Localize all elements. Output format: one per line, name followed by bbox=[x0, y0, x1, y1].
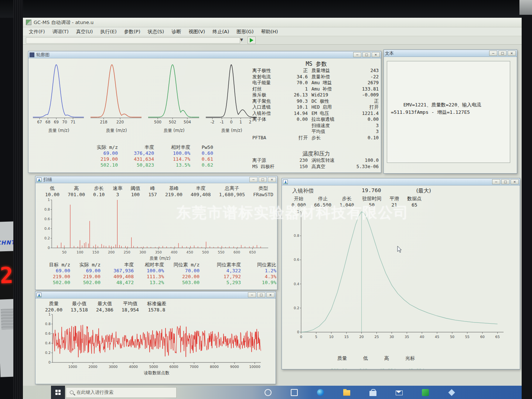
taskbar-search-input[interactable]: 在此键入进行搜索 bbox=[66, 387, 177, 398]
edge-browser-icon[interactable] bbox=[317, 389, 324, 396]
profile-window-titlebar[interactable]: 轮廓图 −□× bbox=[28, 51, 381, 58]
ms-param-cell: HED 启用 bbox=[308, 104, 346, 110]
svg-text:150: 150 bbox=[92, 250, 99, 254]
ramp-footer-label: 高 bbox=[384, 355, 389, 362]
stat-col: 总离子1,680,905 bbox=[219, 185, 245, 197]
ms-param-cell bbox=[286, 129, 308, 135]
svg-text:45: 45 bbox=[435, 335, 439, 339]
table-header-cell: 相对丰度 bbox=[156, 144, 192, 150]
menu-item-9[interactable]: 图形(G) bbox=[233, 28, 257, 36]
svg-text:1: 1 bbox=[297, 209, 299, 214]
svg-text:0.6: 0.6 bbox=[44, 217, 50, 221]
svg-text:40: 40 bbox=[420, 335, 424, 339]
minimize-button[interactable]: − bbox=[492, 179, 500, 184]
maximize-button[interactable]: □ bbox=[501, 179, 509, 184]
table-header-cell: 实际 m/z bbox=[72, 262, 102, 268]
maximize-button[interactable]: □ bbox=[498, 51, 507, 56]
stat-header: 标准偏差 bbox=[147, 300, 166, 307]
chnt-brand-label: CHNT bbox=[0, 239, 15, 246]
menu-item-10[interactable]: 帮助(H) bbox=[257, 28, 282, 36]
svg-text:0: 0 bbox=[297, 330, 299, 334]
maximize-button[interactable]: □ bbox=[259, 177, 267, 182]
svg-text:2000: 2000 bbox=[88, 365, 97, 369]
ms-param-cell: 打开 bbox=[346, 104, 380, 110]
ms-param-cell: 灯丝 bbox=[252, 86, 286, 92]
maximize-button[interactable]: □ bbox=[257, 292, 265, 297]
stat-col: 质量220.00 bbox=[45, 300, 62, 313]
scan-window-buttons: −□× bbox=[249, 177, 276, 182]
close-button[interactable]: × bbox=[268, 177, 276, 182]
stat-col: 高701.00 bbox=[68, 185, 85, 197]
close-button[interactable]: × bbox=[266, 292, 274, 297]
ramp-window: −□× 入镜补偿 19.760 (最大) 开始0.000停止66.500步长1.… bbox=[282, 178, 520, 369]
minimize-button[interactable]: − bbox=[249, 177, 258, 182]
noise-window-body: 质量220.00最小值13,518最大值24,386平均值18,954标准偏差1… bbox=[35, 299, 276, 384]
ms-param-row: 离子聚焦90.3DC 极性正 bbox=[252, 98, 380, 105]
svg-text:5: 5 bbox=[315, 335, 317, 339]
tune-combobox[interactable] bbox=[26, 37, 240, 44]
profile-plot-peak-502: 500502504质量 (m/z) bbox=[147, 60, 201, 133]
svg-text:0.4: 0.4 bbox=[294, 282, 299, 286]
menu-item-3[interactable]: 执行(E) bbox=[96, 28, 120, 36]
store-icon[interactable] bbox=[369, 391, 376, 396]
file-explorer-icon[interactable] bbox=[343, 390, 350, 396]
ramp-window-titlebar[interactable]: −□× bbox=[282, 178, 520, 185]
menu-item-8[interactable]: 终止(A) bbox=[209, 28, 233, 36]
profile-plot-xlabel: 质量 (m/z) bbox=[204, 128, 259, 133]
stat-col: 阈值100 bbox=[130, 185, 140, 197]
scan-window-titlebar[interactable]: 扫描 −□× bbox=[35, 176, 277, 183]
table-cell: 17,792 bbox=[201, 274, 242, 280]
menu-item-0[interactable]: 文件(F) bbox=[25, 28, 49, 36]
table-cell: 100.0% bbox=[156, 150, 192, 156]
table-cell: 69.00 bbox=[72, 268, 102, 274]
menu-item-5[interactable]: 状态(S) bbox=[144, 28, 168, 36]
table-header-cell: 丰度 bbox=[119, 144, 156, 150]
windows-logo-icon bbox=[55, 390, 61, 395]
profile-plot-svg-0: 6768697071 bbox=[31, 60, 85, 126]
svg-text:0: 0 bbox=[300, 335, 302, 339]
start-button[interactable] bbox=[51, 386, 65, 399]
minimize-button[interactable]: − bbox=[489, 51, 497, 56]
maximize-button[interactable]: □ bbox=[362, 52, 371, 57]
table-cell: 13.5% bbox=[156, 162, 192, 168]
profile-window-body: 6768697071质量 (m/z)218220质量 (m/z)50050250… bbox=[28, 59, 381, 173]
temp-pressure-rows: 离子源230涡轮泵转速100.0MS 四极杆150高真空5.33e-06 bbox=[252, 157, 380, 170]
task-view-icon[interactable] bbox=[291, 389, 298, 396]
close-button[interactable]: × bbox=[511, 179, 519, 184]
green-app-icon[interactable] bbox=[422, 389, 429, 396]
stat-col: 开始0.000 bbox=[291, 195, 306, 208]
cortana-icon[interactable] bbox=[265, 389, 272, 396]
table-cell: 4,322 bbox=[201, 268, 242, 274]
app-titlebar[interactable]: GC-MS 自动调谐 - atune.u bbox=[23, 18, 522, 27]
minimize-button[interactable]: − bbox=[248, 292, 256, 297]
minimize-button[interactable]: − bbox=[353, 52, 361, 57]
close-button[interactable]: × bbox=[508, 51, 516, 56]
close-button[interactable]: × bbox=[372, 52, 380, 57]
menu-item-4[interactable]: 参数(P) bbox=[120, 28, 144, 36]
chevron-down-icon[interactable]: ▼ bbox=[240, 38, 243, 42]
noise-window-titlebar[interactable]: −□× bbox=[35, 291, 276, 299]
menu-item-2[interactable]: 真空(U) bbox=[72, 28, 97, 36]
stat-value: FRawSTD bbox=[253, 192, 273, 197]
svg-text:650: 650 bbox=[249, 250, 256, 254]
ramp-footer-labels: 质量低高光标 bbox=[337, 355, 415, 362]
stat-header: 最小值 bbox=[71, 300, 88, 307]
menu-item-6[interactable]: 诊断 bbox=[168, 28, 185, 36]
stat-header: 阈值 bbox=[130, 185, 140, 192]
menu-item-1[interactable]: 调谐(T) bbox=[49, 28, 72, 36]
svg-text:0: 0 bbox=[230, 120, 233, 124]
svg-text:0.6: 0.6 bbox=[45, 331, 51, 335]
svg-text:0.8: 0.8 bbox=[45, 322, 51, 326]
ramp-chart[interactable]: 00.20.40.60.8105101520253035404550556065 bbox=[285, 207, 515, 348]
blue-app-icon[interactable] bbox=[448, 389, 455, 396]
svg-text:0.2: 0.2 bbox=[44, 236, 50, 240]
text-window-titlebar[interactable]: 文本 −□× bbox=[384, 50, 517, 57]
menu-item-7[interactable]: 视图(V) bbox=[185, 28, 209, 36]
ramp-footer-value: 502.00 bbox=[331, 368, 347, 369]
ms-param-cell: 平均值 bbox=[308, 129, 346, 135]
mail-icon[interactable] bbox=[396, 391, 403, 395]
svg-text:450: 450 bbox=[187, 250, 193, 254]
app-menubar: 文件(F)调谐(T)真空(U)执行(E)参数(P)状态(S)诊断视图(V)终止(… bbox=[23, 27, 522, 36]
run-button[interactable] bbox=[248, 37, 256, 44]
background-wall bbox=[519, 0, 532, 15]
